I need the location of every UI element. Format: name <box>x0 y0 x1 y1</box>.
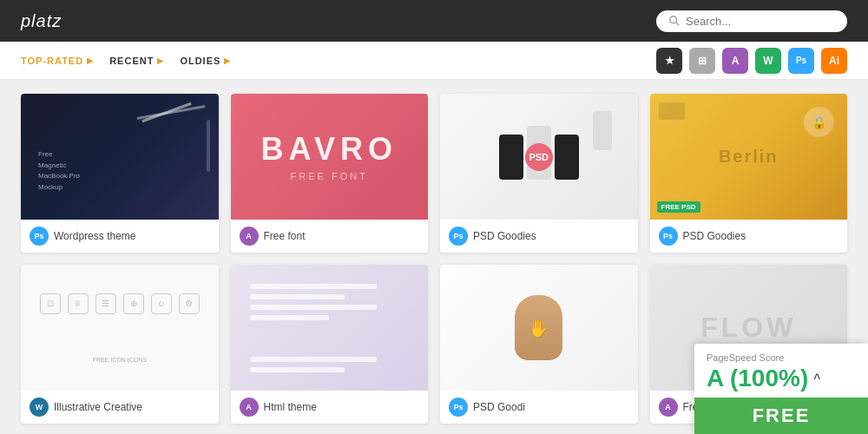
card-2[interactable]: BAVRO FREE FONT A Free font <box>231 94 429 253</box>
pagespeed-label: PageSpeed Score <box>707 352 856 363</box>
card-6-image <box>231 265 429 391</box>
filter-ps[interactable]: Ps <box>788 48 814 74</box>
card-3-image: PSD <box>440 94 638 220</box>
filter-a[interactable]: A <box>722 48 748 74</box>
badge-ps-3: Ps <box>449 227 468 246</box>
icon-5: ☺ <box>151 293 172 314</box>
tab-oldies[interactable]: OLDIES ▶ <box>180 56 231 66</box>
score-value: A (100%) <box>707 365 808 392</box>
nav-tabs: TOP-RATED ▶ RECENT ▶ OLDIES ▶ <box>21 56 231 66</box>
tab-arrow-oldies: ▶ <box>224 56 231 65</box>
free-psd-badge: FREE PSD <box>657 201 700 213</box>
filter-icons: ★ ⊞ A W Ps Ai <box>656 48 847 74</box>
card-1-footer: Ps Wordpress theme <box>21 220 219 253</box>
pagespeed-cta[interactable]: FREE <box>694 398 868 434</box>
card-7-footer: Ps PSD Goodi <box>440 391 638 424</box>
card-4-image: Berlin 🔒 FREE PSD <box>650 94 848 220</box>
badge-ps-7: Ps <box>449 398 468 417</box>
html-mockup <box>250 284 408 372</box>
filter-star[interactable]: ★ <box>656 48 682 74</box>
card-5-footer: W Illustrative Creative <box>21 391 219 424</box>
search-bar[interactable] <box>656 10 847 32</box>
tab-arrow: ▶ <box>87 56 94 65</box>
card-4-title: PSD Goodies <box>683 230 746 242</box>
site-header: platz <box>0 0 868 42</box>
badge-ps: Ps <box>30 227 49 246</box>
svg-line-1 <box>676 23 680 26</box>
tab-recent[interactable]: RECENT ▶ <box>109 56 164 66</box>
phone-1 <box>499 135 523 180</box>
card-7-title: PSD Goodi <box>473 401 525 413</box>
card-4-footer: Ps PSD Goodies <box>650 220 848 253</box>
badge-a-6: A <box>240 398 259 417</box>
score-arrow: ^ <box>813 372 820 385</box>
icon-3: ☰ <box>95 293 116 314</box>
card-2-title: Free font <box>264 230 306 242</box>
icon-4: ⊕ <box>123 293 144 314</box>
html-line-1 <box>250 284 377 289</box>
card-6-footer: A Html theme <box>231 391 429 424</box>
svg-point-0 <box>670 16 677 23</box>
card-1[interactable]: FreeMagneticMacBook ProMockup Ps Wordpre… <box>21 94 219 253</box>
html-line-3 <box>250 305 377 310</box>
badge-a: A <box>240 227 259 246</box>
flow-text: FLOW <box>700 312 796 344</box>
card-6-title: Html theme <box>264 401 317 413</box>
filter-wp[interactable]: W <box>755 48 781 74</box>
card-2-footer: A Free font <box>231 220 429 253</box>
card-3-title: PSD Goodies <box>473 230 536 242</box>
hand-visual: ✋ <box>515 295 562 360</box>
card-5-image: ⊡ ♕ ☰ ⊕ ☺ ⚙ FREE ICON ICONS <box>21 265 219 391</box>
html-line-2 <box>250 294 345 299</box>
badge-wp-5: W <box>30 398 49 417</box>
bavro-display: BAVRO FREE FONT <box>261 131 398 183</box>
card-4[interactable]: Berlin 🔒 FREE PSD Ps PSD Goodies <box>650 94 848 253</box>
tab-top-rated[interactable]: TOP-RATED ▶ <box>21 56 94 66</box>
card-6[interactable]: A Html theme <box>231 265 429 424</box>
filter-image[interactable]: ⊞ <box>689 48 715 74</box>
html-line-5 <box>250 357 377 362</box>
badge-ps-4: Ps <box>659 227 678 246</box>
card-1-title: Wordpress theme <box>54 230 135 242</box>
badge-a-8: A <box>659 398 678 417</box>
card-1-image: FreeMagneticMacBook ProMockup <box>21 94 219 220</box>
icon-6: ⚙ <box>179 293 200 314</box>
psd-overlay: PSD <box>525 143 553 171</box>
card-7-image: ✋ <box>440 265 638 391</box>
phone-4 <box>593 111 612 150</box>
card-7[interactable]: ✋ Ps PSD Goodi <box>440 265 638 424</box>
berlin-text: Berlin <box>719 147 779 167</box>
icon-2: ♕ <box>68 293 89 314</box>
search-icon <box>668 15 681 27</box>
tab-arrow-recent: ▶ <box>157 56 164 65</box>
phone-3 <box>555 135 579 180</box>
search-input[interactable] <box>686 15 835 28</box>
pagespeed-top: PageSpeed Score A (100%) ^ <box>694 344 868 398</box>
sub-header: TOP-RATED ▶ RECENT ▶ OLDIES ▶ ★ ⊞ A W Ps… <box>0 42 868 80</box>
html-line-4 <box>250 315 329 320</box>
card-2-image: BAVRO FREE FONT <box>231 94 429 220</box>
card-3-footer: Ps PSD Goodies <box>440 220 638 253</box>
site-logo[interactable]: platz <box>21 11 62 31</box>
card-3[interactable]: PSD Ps PSD Goodies <box>440 94 638 253</box>
pagespeed-overlay: PageSpeed Score A (100%) ^ FREE <box>694 344 868 434</box>
card-5[interactable]: ⊡ ♕ ☰ ⊕ ☺ ⚙ FREE ICON ICONS W Illustrati… <box>21 265 219 424</box>
card-5-title: Illustrative Creative <box>54 401 142 413</box>
icon-1: ⊡ <box>40 293 61 314</box>
html-line-6 <box>250 367 345 372</box>
pagespeed-score: A (100%) ^ <box>707 365 856 392</box>
filter-ai[interactable]: Ai <box>821 48 847 74</box>
